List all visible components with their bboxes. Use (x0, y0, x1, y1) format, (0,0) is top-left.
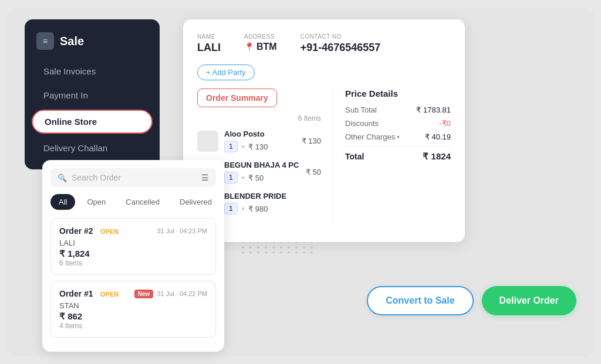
tab-delivered[interactable]: Delivered (171, 194, 220, 210)
item-info-3: BLENDER PRIDE 1 × ₹ 980 (224, 192, 321, 215)
order-item-2[interactable]: Order #2 OPEN 31 Jul · 04:23 PM LALI ₹ 1… (50, 218, 216, 275)
discounts-label: Discounts (345, 119, 379, 128)
item-thumb-1 (197, 131, 218, 152)
sidebar: ≡ Sale Sale Invoices Payment In Online S… (25, 19, 160, 169)
price-divider (345, 146, 451, 147)
item-info-2: BEGUN BHAJA 4 PC 1 × ₹ 50 (224, 161, 300, 183)
name-label: NAME (197, 33, 221, 40)
sub-total-value: ₹ 1783.81 (416, 106, 451, 114)
item-qty-price-3: 1 × ₹ 980 (224, 203, 321, 215)
sidebar-item-sale-invoices[interactable]: Sale Invoices (29, 59, 155, 83)
order-items-count-1: 4 Items (59, 322, 207, 330)
sub-total-label: Sub Total (345, 106, 377, 114)
other-charges-value: ₹ 40.19 (425, 132, 451, 141)
order-status-1: OPEN (100, 291, 119, 298)
tab-open[interactable]: Open (79, 194, 114, 210)
order-id-1: Order #1 (59, 289, 93, 298)
deliver-order-button[interactable]: Deliver Order (482, 286, 576, 315)
sub-total-row: Sub Total ₹ 1783.81 (345, 106, 451, 114)
sidebar-item-payment-in[interactable]: Payment In (29, 83, 155, 107)
other-charges-row: Other Charges ▾ ₹ 40.19 (345, 132, 451, 141)
price-details-col: Price Details Sub Total ₹ 1783.81 Discou… (333, 89, 451, 223)
other-charges-label: Other Charges ▾ (345, 132, 400, 141)
item-qty-price-2: 1 × ₹ 50 (224, 172, 300, 183)
add-party-button[interactable]: + Add Party (197, 64, 255, 80)
total-value: ₹ 1824 (423, 151, 451, 162)
item-total-1: ₹ 130 (302, 137, 321, 145)
convert-to-sale-button[interactable]: Convert to Sale (367, 286, 473, 315)
order-items-count-2: 6 Items (59, 259, 207, 267)
price-details-title: Price Details (345, 89, 451, 98)
order-summary-button[interactable]: Order Summary (197, 89, 277, 107)
qty-badge-2: 1 (224, 172, 238, 183)
times-icon-3: × (241, 205, 245, 212)
sidebar-header: ≡ Sale (25, 29, 160, 59)
customer-address-col: ADDRESS 📍 BTM (244, 33, 277, 54)
action-buttons: Convert to Sale Deliver Order (367, 286, 576, 315)
item-info-1: Aloo Posto 1 × ₹ 130 (224, 130, 296, 152)
invoice-header: NAME LALI ADDRESS 📍 BTM CONTACT NO +91-4… (197, 33, 451, 54)
qty-badge-1: 1 (224, 141, 238, 152)
order-id-2: Order #2 (59, 226, 93, 236)
order-list-panel: 🔍 Search Order ☰ All Open Cancelled Deli… (42, 160, 224, 352)
customer-name-col: NAME LALI (197, 33, 221, 54)
order-amount-2: ₹ 1,824 (59, 249, 207, 259)
order-amount-1: ₹ 862 (59, 311, 207, 322)
items-count: 6 Items (197, 114, 321, 123)
sidebar-item-online-store[interactable]: Online Store (32, 110, 153, 134)
discounts-row: Discounts -₹0 (345, 119, 451, 128)
times-icon-1: × (241, 143, 245, 150)
order-name-2: LALI (59, 239, 207, 247)
customer-contact: +91-4676546557 (300, 42, 381, 54)
invoice-body: Order Summary 6 Items Aloo Posto 1 × ₹ 1… (197, 89, 451, 223)
times-icon-2: × (241, 174, 245, 181)
order-date-1: 31 Jul · 04:22 PM (157, 290, 207, 297)
item-unit-price-3: ₹ 980 (248, 205, 268, 213)
item-total-2: ₹ 50 (306, 168, 321, 176)
customer-name: LALI (197, 42, 221, 54)
order-item-1[interactable]: Order #1 OPEN New 31 Jul · 04:22 PM STAN… (50, 281, 216, 338)
item-qty-price-1: 1 × ₹ 130 (224, 141, 296, 152)
search-bar[interactable]: 🔍 Search Order ☰ (50, 168, 216, 187)
chevron-down-icon: ▾ (397, 134, 400, 140)
item-unit-price-2: ₹ 50 (248, 174, 264, 182)
item-unit-price-1: ₹ 130 (248, 142, 268, 151)
sidebar-title: Sale (60, 35, 84, 48)
total-label: Total (345, 152, 364, 161)
invoice-panel: NAME LALI ADDRESS 📍 BTM CONTACT NO +91-4… (183, 19, 465, 242)
search-input[interactable]: Search Order (72, 173, 197, 182)
total-row: Total ₹ 1824 (345, 151, 451, 162)
item-name-3: BLENDER PRIDE (224, 192, 321, 200)
contact-label: CONTACT NO (300, 33, 381, 40)
order-line-1: Aloo Posto 1 × ₹ 130 ₹ 130 (197, 130, 321, 152)
order-date-2: 31 Jul · 04:23 PM (157, 227, 207, 234)
discounts-value: -₹0 (439, 119, 451, 128)
tab-cancelled[interactable]: Cancelled (117, 194, 168, 210)
sidebar-item-delivery-challan[interactable]: Delivery Challan (29, 136, 155, 160)
new-badge: New (134, 290, 154, 298)
customer-contact-col: CONTACT NO +91-4676546557 (300, 33, 381, 54)
order-name-1: STAN (59, 301, 207, 310)
item-name-2: BEGUN BHAJA 4 PC (224, 161, 300, 169)
location-icon: 📍 (244, 42, 254, 52)
tab-all[interactable]: All (50, 194, 75, 210)
search-icon: 🔍 (58, 174, 67, 182)
tabs-row: All Open Cancelled Delivered (50, 194, 216, 210)
filter-icon[interactable]: ☰ (201, 173, 209, 182)
item-name-1: Aloo Posto (224, 130, 296, 138)
qty-badge-3: 1 (224, 203, 238, 215)
sidebar-menu-icon: ≡ (36, 32, 54, 50)
customer-address: 📍 BTM (244, 42, 277, 52)
order-status-2: OPEN (100, 228, 119, 235)
address-label: ADDRESS (244, 33, 277, 40)
